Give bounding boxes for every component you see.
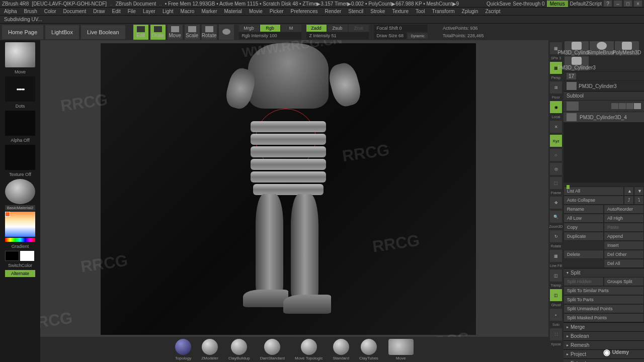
viewport[interactable]: WWW.RRCG.CN RRCG RRCG RRCG RRCG RRCG RRC… xyxy=(40,40,548,362)
menu-edit[interactable]: Edit xyxy=(112,9,121,14)
menu-draw[interactable]: Draw xyxy=(93,9,105,14)
spix-label[interactable]: SPix 3 xyxy=(551,56,561,60)
splitsimilar-button[interactable]: Split To Similar Parts xyxy=(564,286,644,295)
rgb-toggle[interactable]: Rgb xyxy=(260,25,280,32)
delete-button[interactable]: Delete xyxy=(564,250,604,259)
canvas[interactable]: WWW.RRCG.CN RRCG RRCG RRCG RRCG xyxy=(101,43,476,335)
menu-zplugin[interactable]: Zplugin xyxy=(462,9,478,14)
solo-button[interactable]: ▪ xyxy=(550,309,562,321)
brush-thumbnail[interactable] xyxy=(5,42,35,67)
menu-stroke[interactable]: Stroke xyxy=(370,9,385,14)
move-up-icon[interactable]: ⤴ xyxy=(624,196,634,205)
brush-claybuildup[interactable]: ClayBuildup xyxy=(228,339,250,360)
lock-button[interactable]: ✕ xyxy=(550,121,562,133)
frame-button[interactable]: ⬚ xyxy=(550,177,562,189)
brush-claytubes[interactable]: ClayTubes xyxy=(359,339,378,360)
paste-button[interactable]: Paste xyxy=(604,223,644,232)
stroke-thumbnail[interactable] xyxy=(5,76,35,102)
arrow-down-icon[interactable]: ▼ xyxy=(634,187,644,196)
quicksave-button[interactable]: QuickSave xyxy=(487,1,511,7)
gradient-label[interactable]: Gradient xyxy=(12,243,29,250)
primary-color-swatch[interactable] xyxy=(20,251,34,261)
menu-marker[interactable]: Marker xyxy=(201,9,217,14)
splithidden-button[interactable]: Split Hidden xyxy=(564,277,604,286)
lightbox-button[interactable]: LightBox xyxy=(45,25,79,39)
subtool-list[interactable] xyxy=(564,122,644,183)
move-view-button[interactable]: ✥ xyxy=(550,197,562,209)
split-section[interactable]: Split xyxy=(564,268,644,277)
rename-button[interactable]: Rename xyxy=(564,205,604,214)
alpha-thumbnail[interactable] xyxy=(5,111,35,136)
allhigh-button[interactable]: All High xyxy=(604,214,644,223)
insert-button[interactable]: Insert xyxy=(604,241,644,250)
copy-button[interactable]: Copy xyxy=(564,223,604,232)
menu-layer[interactable]: Layer xyxy=(143,9,155,14)
boolean-section[interactable]: Boolean xyxy=(564,331,644,340)
subtool-preview-icon[interactable] xyxy=(567,102,579,111)
seethrough-slider[interactable]: See-through 0 xyxy=(513,1,544,7)
menu-stencil[interactable]: Stencil xyxy=(348,9,363,14)
alllow-button[interactable]: All Low xyxy=(564,214,604,223)
menu-preferences[interactable]: Preferences xyxy=(291,9,318,14)
listall-button[interactable]: List All xyxy=(564,187,624,196)
menu-tool[interactable]: Tool xyxy=(416,9,425,14)
local-button[interactable]: ◉ xyxy=(550,101,562,113)
home-page-button[interactable]: Home Page xyxy=(2,25,43,39)
visibility-toggle[interactable] xyxy=(626,103,633,109)
center-button[interactable]: ◎ xyxy=(550,163,562,175)
rotate-view-button[interactable]: ↻ xyxy=(550,230,562,242)
mrgb-toggle[interactable]: Mrgb xyxy=(239,25,259,32)
color-picker[interactable] xyxy=(5,212,35,237)
move-tool[interactable]: Move xyxy=(168,25,183,40)
dynamic-toggle[interactable]: Dynamic xyxy=(408,33,428,39)
menu-zscript[interactable]: Zscript xyxy=(485,9,500,14)
menu-document[interactable]: Document xyxy=(63,9,87,14)
material-thumbnail[interactable] xyxy=(5,179,35,204)
menu-movie[interactable]: Movie xyxy=(249,9,263,14)
draw-size-slider[interactable]: Draw Size 68 xyxy=(374,32,407,39)
arrow-up-icon[interactable]: ▲ xyxy=(624,187,634,196)
subtool-item[interactable]: PM3D_Cylinder3D_4 xyxy=(564,112,644,122)
brush-movetopologic[interactable]: Move Topologic xyxy=(295,339,323,360)
tool-thumb[interactable]: PolyMesh3D xyxy=(615,41,639,55)
menu-brush[interactable]: Brush xyxy=(24,9,37,14)
extract-section[interactable]: Extract xyxy=(564,358,644,362)
delother-button[interactable]: Del Other xyxy=(604,250,644,259)
draw-tool[interactable]: Draw xyxy=(150,25,166,40)
menu-color[interactable]: Color xyxy=(44,9,56,14)
brush-damstandard[interactable]: DamStandard xyxy=(260,339,285,360)
visibility-toggle[interactable] xyxy=(619,103,626,109)
menu-picker[interactable]: Picker xyxy=(270,9,284,14)
zadd-toggle[interactable]: Zadd xyxy=(306,25,327,32)
scale-tool[interactable]: Scale xyxy=(185,25,200,40)
gizmo-tool[interactable] xyxy=(219,25,234,40)
xyz-button[interactable]: Xyz xyxy=(550,135,562,147)
close-icon[interactable]: × xyxy=(634,1,642,7)
zsub-toggle[interactable]: Zsub xyxy=(328,25,348,32)
symmetry-button[interactable]: ○ xyxy=(550,149,562,161)
minimize-icon[interactable]: – xyxy=(614,1,622,7)
alternate-button[interactable]: Alternate xyxy=(5,270,35,277)
menu-alpha[interactable]: Alpha xyxy=(4,9,17,14)
current-tool-row[interactable]: PM3D_Cylinder3 xyxy=(564,80,644,91)
groupssplit-button[interactable]: Groups Split xyxy=(604,277,644,286)
brush-standard[interactable]: Standard xyxy=(333,339,349,360)
rotate-tool[interactable]: Rotate xyxy=(202,25,217,40)
merge-section[interactable]: Merge xyxy=(564,322,644,331)
hue-bar[interactable] xyxy=(5,238,35,242)
xpose-button[interactable]: ⸬ xyxy=(550,328,562,340)
tool-thumb[interactable]: PM3D_Cylinder3 xyxy=(565,41,589,55)
default-zscript[interactable]: DefaultZScript xyxy=(570,1,602,7)
menu-texture[interactable]: Texture xyxy=(392,9,409,14)
menu-render[interactable]: Render xyxy=(325,9,342,14)
move-down-icon[interactable]: ⤵ xyxy=(634,196,644,205)
tool-thumb[interactable]: SimpleBrush xyxy=(590,41,614,55)
autoreorder-button[interactable]: AutoReorder xyxy=(604,205,644,214)
secondary-color-swatch[interactable] xyxy=(5,251,19,261)
switch-color-button[interactable]: SwitchColor xyxy=(8,262,32,269)
live-boolean-button[interactable]: Live Boolean xyxy=(81,25,125,39)
eye-icon[interactable] xyxy=(634,103,641,109)
menu-light[interactable]: Light xyxy=(163,9,174,14)
splitunmasked-button[interactable]: Split Unmasked Points xyxy=(564,304,644,313)
subtool-header[interactable]: Subtool xyxy=(564,91,644,100)
